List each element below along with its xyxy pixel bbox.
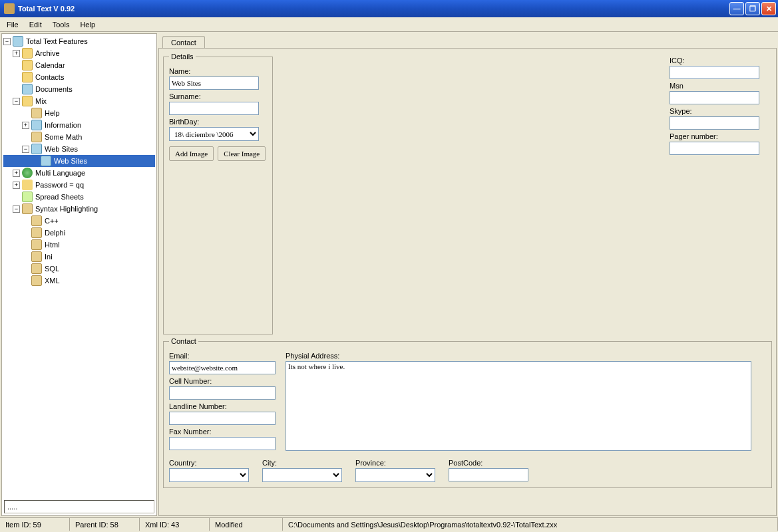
- sql-icon: [31, 263, 42, 274]
- websites-icon: [31, 144, 42, 154]
- cell-label: Cell Number:: [169, 377, 279, 385]
- contacts-icon: [22, 72, 33, 82]
- documents-icon: [22, 84, 33, 94]
- province-label: Province:: [355, 459, 435, 467]
- delphi-icon: [31, 227, 42, 238]
- menu-help[interactable]: Help: [75, 19, 100, 30]
- key-icon: [22, 180, 33, 190]
- name-input[interactable]: [169, 76, 259, 90]
- email-input[interactable]: [169, 361, 276, 374]
- tab-contact[interactable]: Contact: [162, 36, 205, 49]
- root-icon: [13, 36, 23, 47]
- window-title: Total Text V 0.92: [18, 5, 75, 13]
- sidebar: −Total Text Features +Archive Calendar C…: [1, 33, 157, 516]
- pager-input[interactable]: [670, 142, 759, 155]
- node-contacts[interactable]: Contacts: [35, 73, 64, 81]
- contact-fieldset: Contact Email: Cell Number: Landline Num…: [163, 337, 772, 488]
- name-label: Name:: [169, 67, 267, 75]
- math-icon: [31, 132, 42, 142]
- expand-mix-icon[interactable]: −: [13, 98, 20, 105]
- fax-input[interactable]: [169, 437, 276, 450]
- xml-icon: [31, 275, 42, 286]
- node-help[interactable]: Help: [45, 109, 60, 117]
- maximize-button[interactable]: ❐: [745, 2, 760, 15]
- postcode-input[interactable]: [449, 468, 528, 481]
- menu-edit[interactable]: Edit: [24, 19, 47, 30]
- tree-view[interactable]: −Total Text Features +Archive Calendar C…: [2, 34, 156, 498]
- pager-label: Pager number:: [670, 132, 767, 140]
- node-cpp[interactable]: C++: [45, 217, 59, 225]
- add-image-button[interactable]: Add Image: [169, 146, 214, 161]
- menu-tools[interactable]: Tools: [47, 19, 75, 30]
- cpp-icon: [31, 215, 42, 226]
- node-ini[interactable]: Ini: [45, 253, 53, 261]
- search-input[interactable]: [4, 500, 154, 513]
- node-delphi[interactable]: Delphi: [45, 229, 65, 237]
- tab-strip: Contact: [158, 33, 777, 48]
- surname-input[interactable]: [169, 102, 259, 115]
- city-select[interactable]: [262, 468, 342, 482]
- node-sql[interactable]: SQL: [45, 265, 59, 273]
- email-label: Email:: [169, 352, 279, 360]
- details-legend: Details: [169, 53, 196, 61]
- node-web-sites-child[interactable]: Web Sites: [54, 157, 87, 165]
- minimize-button[interactable]: —: [729, 2, 744, 15]
- cell-input[interactable]: [169, 386, 276, 400]
- details-fieldset: Details Name: Surname: BirthDay: 18\ dic…: [163, 53, 273, 334]
- node-multi-language[interactable]: Multi Language: [35, 169, 85, 177]
- country-select[interactable]: [169, 468, 249, 482]
- node-password[interactable]: Password = qq: [35, 181, 84, 189]
- landline-input[interactable]: [169, 412, 276, 425]
- calendar-icon: [22, 60, 33, 70]
- country-label: Country:: [169, 459, 249, 467]
- province-select[interactable]: [355, 468, 435, 482]
- expand-pw-icon[interactable]: +: [13, 182, 20, 189]
- node-html[interactable]: Html: [45, 241, 60, 249]
- node-information[interactable]: Information: [45, 121, 81, 129]
- node-archive[interactable]: Archive: [35, 49, 60, 57]
- node-syntax[interactable]: Syntax Highlighting: [35, 205, 98, 213]
- landline-label: Landline Number:: [169, 402, 279, 410]
- expand-syntax-icon[interactable]: −: [13, 205, 20, 213]
- node-spread-sheets[interactable]: Spread Sheets: [35, 193, 84, 201]
- node-calendar[interactable]: Calendar: [35, 61, 65, 69]
- node-root[interactable]: Total Text Features: [26, 37, 88, 45]
- node-xml[interactable]: XML: [45, 277, 60, 285]
- address-textarea[interactable]: Its not where i live.: [286, 361, 751, 451]
- expand-icon[interactable]: +: [13, 50, 20, 57]
- close-button[interactable]: ✕: [761, 2, 776, 15]
- node-some-math[interactable]: Some Math: [45, 133, 82, 141]
- expand-info-icon[interactable]: +: [22, 122, 29, 129]
- expand-root-icon[interactable]: −: [3, 38, 11, 45]
- city-label: City:: [262, 459, 342, 467]
- globe-icon: [22, 168, 33, 178]
- icq-input[interactable]: [670, 66, 759, 79]
- menu-file[interactable]: File: [1, 19, 24, 30]
- expand-ml-icon[interactable]: +: [13, 170, 20, 177]
- node-documents[interactable]: Documents: [35, 85, 73, 93]
- syntax-icon: [22, 203, 33, 214]
- node-mix[interactable]: Mix: [35, 97, 47, 105]
- skype-input[interactable]: [670, 116, 759, 130]
- title-bar: Total Text V 0.92 — ❐ ✕: [0, 0, 778, 17]
- status-path: C:\Documents and Settings\Jesus\Desktop\…: [283, 518, 778, 531]
- fax-label: Fax Number:: [169, 428, 279, 436]
- status-item-id: Item ID: 59: [0, 518, 70, 531]
- clear-image-button[interactable]: Clear Image: [218, 146, 266, 161]
- menu-bar: File Edit Tools Help: [0, 17, 778, 32]
- contact-legend: Contact: [169, 337, 198, 345]
- help-icon: [31, 108, 42, 118]
- mix-icon: [22, 96, 33, 106]
- expand-websites-icon[interactable]: −: [22, 146, 29, 153]
- birthday-label: BirthDay:: [169, 118, 267, 126]
- icq-label: ICQ:: [670, 57, 767, 65]
- msn-input[interactable]: [670, 91, 759, 104]
- birthday-select[interactable]: 18\ diciembre \2006: [169, 127, 259, 141]
- address-label: Physial Address:: [286, 352, 751, 360]
- skype-label: Skype:: [670, 107, 767, 115]
- msn-label: Msn: [670, 82, 767, 90]
- status-modified: Modified: [210, 518, 283, 531]
- node-web-sites[interactable]: Web Sites: [45, 145, 78, 153]
- app-icon: [4, 3, 15, 14]
- im-column: ICQ: Msn Skype: Pager number:: [670, 49, 776, 334]
